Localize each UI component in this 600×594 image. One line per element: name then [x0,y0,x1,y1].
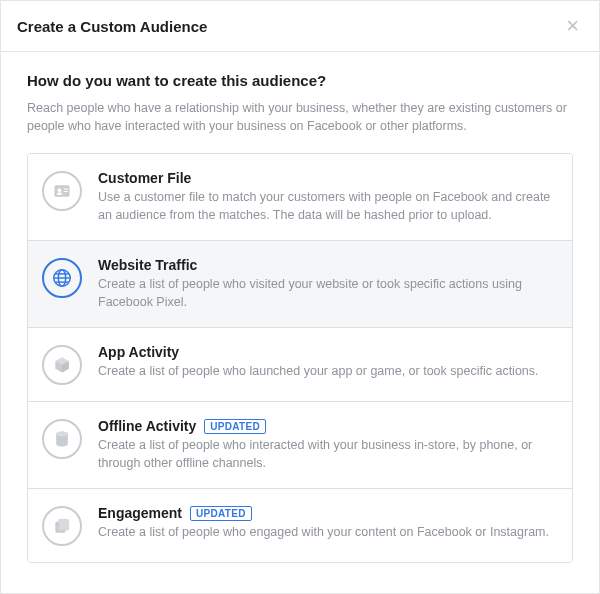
option-offline-activity[interactable]: Offline Activity UPDATED Create a list o… [28,402,572,489]
custom-audience-dialog: Create a Custom Audience × How do you wa… [0,0,600,594]
svg-rect-10 [59,520,69,531]
option-desc: Create a list of people who engaged with… [98,524,554,542]
pages-icon [42,506,82,546]
option-title: Customer File [98,170,191,186]
svg-point-8 [56,432,68,437]
option-desc: Create a list of people who interacted w… [98,437,554,472]
close-button[interactable]: × [562,15,583,37]
svg-rect-2 [64,189,68,190]
updated-badge: UPDATED [204,419,266,434]
option-body: Engagement UPDATED Create a list of peop… [98,505,554,542]
cube-icon [42,345,82,385]
option-app-activity[interactable]: App Activity Create a list of people who… [28,328,572,402]
option-website-traffic[interactable]: Website Traffic Create a list of people … [28,241,572,328]
option-title: App Activity [98,344,179,360]
intro-subtext: Reach people who have a relationship wit… [27,99,573,135]
option-engagement[interactable]: Engagement UPDATED Create a list of peop… [28,489,572,562]
option-customer-file[interactable]: Customer File Use a customer file to mat… [28,154,572,241]
option-body: Website Traffic Create a list of people … [98,257,554,311]
option-desc: Create a list of people who launched you… [98,363,554,381]
database-icon [42,419,82,459]
option-body: App Activity Create a list of people who… [98,344,554,381]
option-title: Engagement [98,505,182,521]
intro-heading: How do you want to create this audience? [27,72,573,89]
updated-badge: UPDATED [190,506,252,521]
option-title: Offline Activity [98,418,196,434]
svg-rect-3 [64,191,68,192]
option-body: Customer File Use a customer file to mat… [98,170,554,224]
option-list: Customer File Use a customer file to mat… [27,153,573,563]
dialog-title: Create a Custom Audience [17,18,207,35]
dialog-header: Create a Custom Audience × [1,1,599,52]
option-title: Website Traffic [98,257,197,273]
option-body: Offline Activity UPDATED Create a list o… [98,418,554,472]
dialog-body: How do you want to create this audience?… [1,52,599,575]
option-desc: Create a list of people who visited your… [98,276,554,311]
svg-point-1 [58,189,62,193]
contact-card-icon [42,171,82,211]
option-desc: Use a customer file to match your custom… [98,189,554,224]
globe-icon [42,258,82,298]
